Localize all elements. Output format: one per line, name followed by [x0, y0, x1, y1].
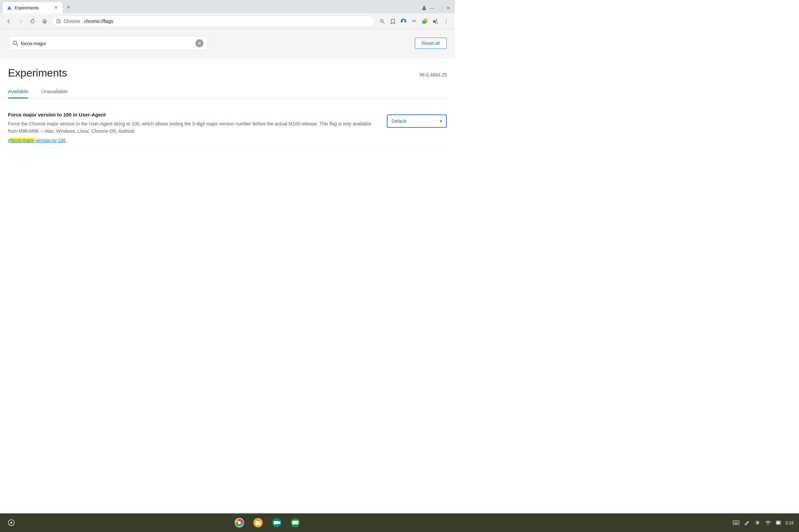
back-button[interactable] — [4, 17, 13, 26]
flag-link-highlight: force-major — [11, 138, 34, 143]
svg-point-1 — [423, 6, 425, 8]
search-icon — [12, 40, 18, 46]
extension-icon[interactable]: 🧩 — [420, 17, 429, 26]
svg-point-4 — [380, 19, 383, 22]
close-button[interactable]: ✕ — [444, 4, 452, 12]
profile-icon[interactable] — [420, 4, 428, 12]
new-tab-button[interactable]: + — [64, 3, 73, 12]
flag-link[interactable]: #force-major-version-to-100 — [8, 138, 379, 143]
address-bar: Chrome | chrome://flags ✂ 🧩 ⋮ — [0, 13, 455, 29]
omnibox[interactable]: Chrome | chrome://flags — [52, 16, 375, 27]
maximize-button[interactable]: ⬜ — [436, 4, 444, 12]
flag-description: Force the Chrome major version in the Us… — [8, 120, 379, 135]
flag-dropdown-value: Default — [391, 118, 406, 124]
flag-dropdown[interactable]: Default ▾ — [387, 114, 447, 128]
active-tab[interactable]: Experiments ✕ — [3, 2, 62, 13]
bookmark-icon[interactable] — [388, 17, 397, 26]
avatar-icon[interactable] — [399, 17, 408, 26]
flags-header: Experiments 96.0.4664.25 — [8, 58, 447, 84]
tab-available[interactable]: Available — [8, 84, 28, 98]
svg-rect-7 — [433, 20, 435, 23]
window-controls: — ⬜ ✕ — [420, 4, 452, 12]
flags-search-bar: ✕ Reset all — [0, 29, 455, 58]
omnibox-origin: Chrome — [63, 19, 80, 24]
tab-strip: Experiments ✕ + — [3, 0, 73, 13]
omnibox-content: Chrome | chrome://flags — [63, 19, 371, 24]
search-toolbar-icon[interactable] — [377, 17, 387, 26]
flags-tabs: Available Unavailable — [8, 84, 447, 98]
tab-title: Experiments — [15, 5, 51, 10]
omnibox-separator: | — [81, 19, 83, 24]
tab-favicon — [7, 5, 12, 10]
tab-unavailable[interactable]: Unavailable — [42, 84, 68, 98]
search-clear-button[interactable]: ✕ — [196, 39, 203, 47]
tab-close-button[interactable]: ✕ — [53, 5, 59, 10]
site-info-icon — [56, 19, 61, 24]
minimize-button[interactable]: — — [428, 4, 436, 12]
svg-marker-0 — [7, 6, 11, 10]
flag-name: Force major version to 100 in User-Agent — [8, 112, 379, 117]
search-input[interactable] — [21, 41, 193, 46]
svg-point-6 — [403, 20, 405, 22]
forward-button[interactable] — [16, 17, 25, 26]
flag-item: Force major version to 100 in User-Agent… — [8, 107, 447, 149]
svg-point-3 — [58, 22, 59, 23]
title-bar: Experiments ✕ + — ⬜ ✕ — [0, 0, 455, 13]
reset-all-button[interactable]: Reset all — [415, 38, 447, 49]
flag-info: Force major version to 100 in User-Agent… — [8, 112, 379, 143]
page-content: ✕ Reset all Experiments 96.0.4664.25 Ava… — [0, 29, 455, 237]
toolbar-icons: ✂ 🧩 ⋮ — [377, 17, 451, 26]
menu-icon[interactable]: ⋮ — [442, 17, 451, 26]
flag-link-suffix: -version-to-100 — [34, 138, 66, 143]
extension2-icon[interactable] — [431, 17, 440, 26]
svg-point-8 — [13, 41, 17, 44]
flag-dropdown-chevron: ▾ — [440, 118, 442, 124]
page-version: 96.0.4664.25 — [420, 72, 447, 77]
reload-button[interactable] — [28, 17, 37, 26]
flag-link-prefix: # — [8, 138, 11, 143]
omnibox-path: chrome://flags — [84, 19, 113, 24]
page-title: Experiments — [8, 67, 67, 79]
scissors-icon[interactable]: ✂ — [409, 17, 419, 26]
search-box[interactable]: ✕ — [8, 36, 208, 51]
home-button[interactable] — [40, 17, 49, 26]
flags-main: Experiments 96.0.4664.25 Available Unava… — [0, 58, 455, 149]
